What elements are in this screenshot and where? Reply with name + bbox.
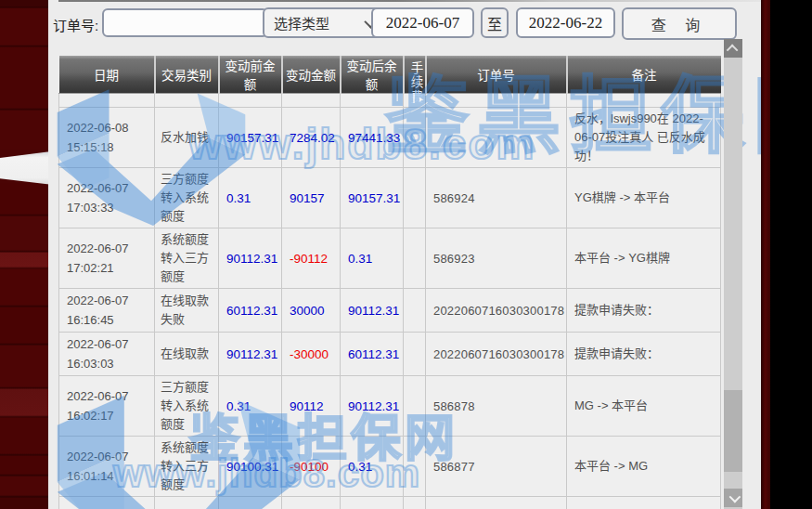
cell-date: 2022-06-0716:16:45 xyxy=(59,289,155,333)
cell-date: 2022-06-0716:03:03 xyxy=(59,333,155,376)
cell-type: 系统额度转入三方额度 xyxy=(155,437,219,497)
column-header: 变动后余额 xyxy=(341,56,404,94)
cell-after-amount: 60112.31 xyxy=(341,333,404,376)
column-header: 手续费 xyxy=(404,56,426,94)
background-right-black-area xyxy=(770,0,812,509)
cell-fee xyxy=(404,108,426,168)
table-row: 2022-06-0815:15:18 反水加钱 90157.31 7284.02… xyxy=(59,108,721,168)
cell-order-number: 586924 xyxy=(426,168,567,228)
background-right-red-edge xyxy=(761,0,770,509)
chevron-down-icon xyxy=(728,490,741,502)
cell-before-amount: 0.31 xyxy=(219,168,282,228)
cell-type: 反水加钱 xyxy=(155,108,219,168)
cell-type: 系统额度转入三方额度 xyxy=(155,228,219,289)
cell-change-amount: -30000 xyxy=(282,333,341,376)
cell-remark: 提款申请失败： xyxy=(567,289,721,333)
column-header: 变动金额 xyxy=(282,56,341,94)
chevron-up-icon xyxy=(726,44,738,56)
cell-fee xyxy=(404,228,426,289)
order-number-label: 订单号: xyxy=(53,15,98,34)
cell-fee xyxy=(404,437,426,497)
table-row: 2022-06-0716:16:45 在线取款失败 60112.31 30000… xyxy=(59,289,721,333)
cell-date: 2022-06-0716:02:17 xyxy=(59,376,155,437)
scrollbar-thumb[interactable] xyxy=(724,390,742,472)
cell-change-amount: 90100 xyxy=(282,497,341,509)
date-to-input[interactable]: 2022-06-22 xyxy=(516,7,615,38)
cell-type: 在线取款失败 xyxy=(155,497,219,509)
cell-remark: 提款申请失败： xyxy=(567,497,721,509)
cell-type: 三方额度转入系统额度 xyxy=(155,168,219,228)
cell-change-amount: 90157 xyxy=(282,168,341,228)
scrollbar-up-button[interactable] xyxy=(724,39,742,58)
cell-remark: YG棋牌 -> 本平台 xyxy=(567,168,721,228)
cell-order-number: 2022060715213900167 xyxy=(426,497,567,509)
cell-order-number: 586923 xyxy=(426,228,567,289)
cell-type: 在线取款失败 xyxy=(155,289,219,333)
cell-before-amount: 90100.31 xyxy=(219,437,282,497)
cell-after-amount: 0.31 xyxy=(341,228,404,289)
cell-date: 2022-06-0717:03:33 xyxy=(59,168,155,228)
content-panel: 订单号: 选择类型 2022-06-07 至 2022-06-22 查 询 日期… xyxy=(48,0,761,509)
cell-fee xyxy=(404,333,426,376)
table-row: 2022-06-0715:37:06 在线取款失败 0.31 90100 901… xyxy=(59,497,721,509)
transactions-table: 日期交易类别变动前金额变动金额变动后余额手续费订单号备注 2022-06-081… xyxy=(58,56,721,509)
cell-date: 2022-06-0815:15:18 xyxy=(59,108,155,168)
cell-remark: MG -> 本平台 xyxy=(567,376,721,437)
scrollbar-down-button[interactable] xyxy=(724,489,742,507)
cell-before-amount: 90112.31 xyxy=(219,228,282,289)
table-row: 2022-06-0716:01:14 系统额度转入三方额度 90100.31 -… xyxy=(59,437,721,497)
cell-type: 三方额度转入系统额度 xyxy=(155,376,219,437)
cell-before-amount: 0.31 xyxy=(219,497,282,509)
cell-after-amount: 90100.31 xyxy=(341,497,404,509)
cell-fee xyxy=(404,168,426,228)
column-header: 订单号 xyxy=(426,56,567,94)
cell-after-amount: 97441.33 xyxy=(341,108,404,168)
cell-order-number: 586878 xyxy=(426,376,567,437)
toolbar: 订单号: 选择类型 2022-06-07 至 2022-06-22 查 询 xyxy=(48,0,761,48)
type-select[interactable]: 选择类型 xyxy=(263,7,383,38)
cell-order-number: 586877 xyxy=(426,437,567,497)
cell-type: 在线取款 xyxy=(155,333,219,376)
cell-after-amount: 90112.31 xyxy=(341,289,404,333)
cell-after-amount: 90112.31 xyxy=(341,376,404,437)
cell-after-amount: 90157.31 xyxy=(341,168,404,228)
cell-fee xyxy=(404,376,426,437)
column-header: 备注 xyxy=(567,56,721,94)
cell-date: 2022-06-0717:02:21 xyxy=(59,228,155,289)
search-button[interactable]: 查 询 xyxy=(622,7,737,40)
column-header: 交易类别 xyxy=(155,56,219,94)
cell-remark: 提款申请失败： xyxy=(567,333,721,376)
cell-fee xyxy=(404,289,426,333)
table-row-partial xyxy=(59,94,721,108)
table-header: 日期交易类别变动前金额变动金额变动后余额手续费订单号备注 xyxy=(59,56,721,94)
cell-change-amount: 7284.02 xyxy=(282,108,341,168)
cell-fee xyxy=(404,497,426,509)
cell-date: 2022-06-0715:37:06 xyxy=(59,497,155,509)
table-row: 2022-06-0717:02:21 系统额度转入三方额度 90112.31 -… xyxy=(59,228,721,289)
date-to-separator: 至 xyxy=(481,7,509,38)
type-select-value: 选择类型 xyxy=(274,13,329,33)
order-number-input[interactable] xyxy=(102,8,268,37)
cell-date: 2022-06-0716:01:14 xyxy=(59,437,155,497)
cell-remark: 反水，lswjs990在 2022-06-07投注真人 已反水成功！ xyxy=(567,108,721,168)
cell-remark: 本平台 -> YG棋牌 xyxy=(567,228,721,289)
cell-before-amount: 0.31 xyxy=(219,376,282,437)
cell-after-amount: 0.31 xyxy=(341,437,404,497)
background-site-strip xyxy=(0,0,48,509)
table-row: 2022-06-0716:02:17 三方额度转入系统额度 0.31 90112… xyxy=(59,376,721,437)
cell-order-number: 2022060716030300178 xyxy=(426,333,567,376)
vertical-scrollbar[interactable] xyxy=(724,39,742,509)
cell-change-amount: -90112 xyxy=(282,228,341,289)
column-header: 日期 xyxy=(59,56,155,94)
cell-order-number xyxy=(426,108,567,168)
table-row: 2022-06-0717:03:33 三方额度转入系统额度 0.31 90157… xyxy=(59,168,721,228)
cell-before-amount: 90112.31 xyxy=(219,333,282,376)
column-header: 变动前金额 xyxy=(219,56,282,94)
date-from-input[interactable]: 2022-06-07 xyxy=(371,7,474,38)
table-row: 2022-06-0716:03:03 在线取款 90112.31 -30000 … xyxy=(59,333,721,376)
cell-change-amount: -90100 xyxy=(282,437,341,497)
cell-before-amount: 90157.31 xyxy=(219,108,282,168)
cell-before-amount: 60112.31 xyxy=(219,289,282,333)
cell-order-number: 2022060716030300178 xyxy=(426,289,567,333)
cell-change-amount: 30000 xyxy=(282,289,341,333)
